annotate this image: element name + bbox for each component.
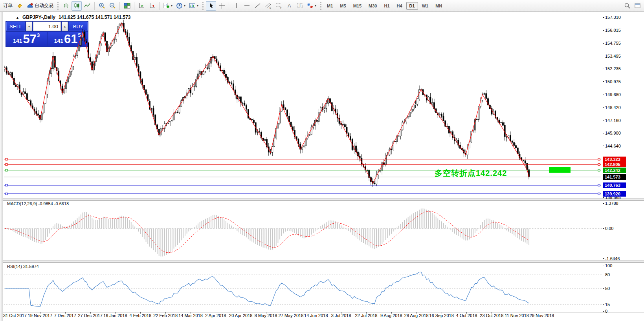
macd-axis-tick	[603, 203, 604, 204]
trendline-icon	[254, 2, 261, 9]
search-button[interactable]	[622, 1, 632, 11]
date-axis-label: 22 Feb 2018	[153, 313, 178, 318]
auto-scroll-button[interactable]	[136, 1, 147, 11]
date-axis-label: 11 Nov 2018	[505, 313, 529, 318]
cursor-button[interactable]	[206, 1, 216, 11]
rsi-axis-tick	[603, 266, 604, 266]
autotrading-button[interactable]: 自动交易	[25, 1, 55, 11]
toolbar-drag-handle[interactable]	[202, 2, 204, 10]
line-handle	[6, 164, 7, 166]
clock-icon	[176, 2, 183, 9]
price-tag-142.805: 142.805	[603, 162, 626, 167]
horizontal-line-button[interactable]	[242, 1, 252, 11]
rsi-axis-label: 0	[605, 309, 607, 314]
bar-chart-button[interactable]	[61, 1, 71, 11]
timeframe-w1[interactable]: W1	[419, 2, 432, 10]
text-label-button[interactable]: T	[295, 1, 305, 11]
toolbar-separator	[229, 2, 229, 10]
price-axis-label: 147.160	[605, 118, 621, 123]
timeframe-m1[interactable]: M1	[324, 2, 336, 10]
order-ticket-button[interactable]	[15, 1, 25, 11]
rsi-axis-label: 100	[605, 263, 612, 268]
line-handle	[6, 184, 7, 186]
chart-shift-icon	[149, 2, 156, 9]
candles	[4, 20, 530, 187]
tile-windows-button[interactable]	[122, 1, 132, 11]
toolbar-drag-handle[interactable]	[57, 2, 59, 10]
templates-button[interactable]: ▾	[187, 1, 200, 11]
tile-windows-icon	[124, 2, 130, 9]
toolbar-separator	[159, 2, 160, 10]
candlestick-chart-icon	[73, 2, 80, 9]
rsi-axis-tick	[603, 288, 604, 289]
periods-button[interactable]: ▾	[174, 1, 187, 11]
main-chart-plot[interactable]	[3, 12, 603, 199]
line-handle	[598, 169, 600, 171]
price-axis-tick	[603, 56, 604, 56]
timeframe-d1[interactable]: D1	[406, 2, 418, 10]
date-axis-label: 22 Jul 2018	[355, 313, 378, 318]
text-button[interactable]: A	[284, 1, 294, 11]
price-tag-140.763: 140.763	[603, 182, 626, 188]
line-handle	[598, 184, 600, 186]
date-axis-label: 4 Oct 2018	[456, 313, 477, 318]
line-chart-button[interactable]	[82, 1, 92, 11]
date-axis-label: 8 May 2018	[255, 313, 277, 318]
date-axis-label: 3 Jul 2018	[331, 313, 351, 318]
line-handle	[598, 158, 600, 160]
rsi-pane-plot[interactable]	[3, 263, 603, 312]
timeframe-m30[interactable]: M30	[365, 2, 380, 10]
new-window-button[interactable]	[632, 1, 642, 11]
dropdown-caret-icon: ▾	[197, 4, 198, 7]
rsi-value: 31.5974	[23, 264, 39, 269]
rsi-axis-label: 50	[605, 286, 610, 291]
arrows-button[interactable]: ▾	[305, 1, 318, 11]
price-axis-label: 148.420	[605, 105, 621, 110]
line-handle	[598, 164, 600, 166]
macd-pane-plot[interactable]	[3, 201, 603, 261]
fibonacci-button[interactable]: F	[273, 1, 284, 11]
dropdown-caret-icon: ▾	[184, 4, 185, 7]
timeframe-h4[interactable]: H4	[394, 2, 405, 10]
indicators-button[interactable]: ▾	[161, 1, 174, 11]
line-handle	[6, 169, 7, 171]
toolbar-drag-handle[interactable]	[320, 2, 321, 10]
chart-annotation-text[interactable]: 多空转折点142.242	[435, 168, 507, 179]
svg-text:A: A	[288, 3, 291, 9]
chart-shift-button[interactable]	[147, 1, 157, 11]
zoom-out-button[interactable]	[107, 1, 117, 11]
window-left-edge	[0, 12, 3, 321]
timeframe-m5[interactable]: M5	[337, 2, 349, 10]
timeframe-mn[interactable]: MN	[432, 2, 445, 10]
autotrading-label: 自动交易	[35, 2, 53, 9]
price-axis-label: 156.015	[605, 28, 621, 33]
timeframe-h1[interactable]: H1	[381, 2, 393, 10]
price-axis-label: 157.310	[605, 15, 621, 20]
text-label-icon: T	[297, 2, 303, 9]
zoom-in-button[interactable]	[97, 1, 107, 11]
date-axis-label: 4 Feb 2018	[129, 313, 151, 318]
macd-name: MACD(12,26,9)	[7, 201, 37, 206]
price-axis-label: 149.680	[605, 92, 621, 97]
date-axis-label: 14 Jun 2018	[304, 313, 328, 318]
price-tag-139.920: 139.920	[603, 191, 626, 197]
trendline-button[interactable]	[252, 1, 262, 11]
date-axis-label: 31 Oct 2017	[3, 313, 27, 318]
pane-splitter[interactable]	[3, 199, 644, 201]
crosshair-button[interactable]	[217, 1, 227, 11]
highlight-rectangle[interactable]	[549, 167, 571, 173]
equidistant-channel-button[interactable]: E	[263, 1, 273, 11]
pane-splitter[interactable]	[3, 261, 644, 263]
candlestick-chart-button[interactable]	[72, 1, 82, 11]
price-axis-tick	[603, 81, 604, 82]
price-axis-label: 152.235	[605, 66, 621, 71]
autotrading-icon	[27, 2, 33, 9]
line-chart-icon	[84, 2, 91, 9]
vertical-line-button[interactable]	[231, 1, 241, 11]
new-order-button[interactable]: 订单	[2, 1, 14, 11]
timeframe-m15[interactable]: M15	[350, 2, 365, 10]
svg-text:T: T	[299, 4, 301, 8]
zoom-in-icon	[99, 2, 105, 9]
macd-axis-tick	[603, 228, 604, 229]
price-axis-tick	[603, 17, 604, 18]
